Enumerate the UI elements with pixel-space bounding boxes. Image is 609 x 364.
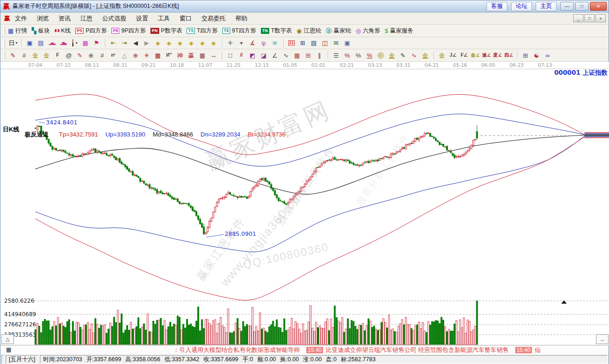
ying-grid-button[interactable]: 赢: [186, 51, 196, 60]
angle-lines-button[interactable]: ∠: [270, 51, 280, 60]
scale-bars-button[interactable]: ☰: [331, 51, 341, 60]
minimize-button[interactable]: —: [560, 2, 574, 11]
grid-gold-button[interactable]: ⊞: [520, 51, 531, 60]
degree-angle-button[interactable]: 度∠: [492, 51, 503, 60]
quick-button-论坛[interactable]: 论坛: [511, 2, 532, 11]
toolbar-gann-wheel-button[interactable]: ◉江恩轮: [297, 27, 321, 35]
toolbar-t-digit-table-button[interactable]: TNT数字表: [261, 27, 292, 35]
quick-button-客服[interactable]: 客服: [486, 2, 507, 11]
gold-lines-2-button[interactable]: 金: [420, 51, 430, 60]
toolbar-winner-service-button[interactable]: $赢家服务: [385, 27, 413, 35]
pan-hand-button[interactable]: ✛: [225, 39, 235, 48]
child-close-button[interactable]: ×: [596, 14, 606, 22]
save-button[interactable]: ◫: [320, 39, 330, 48]
mirror-button[interactable]: △: [119, 51, 130, 60]
diamond-compress-h-button[interactable]: ◈: [186, 39, 196, 48]
kline-chart[interactable]: 07-0407-2208-1108-3109-2110-1811-0711-25…: [0, 62, 609, 345]
taiji-button[interactable]: ☯: [531, 51, 542, 60]
gann-fan-button[interactable]: //: [236, 51, 246, 60]
infinity-button[interactable]: ∞: [543, 51, 553, 60]
pen-ruler-button[interactable]: ✎: [75, 51, 85, 60]
width-measure-button[interactable]: ↔: [208, 51, 219, 60]
gold-lines-button[interactable]: 金: [387, 51, 397, 60]
menu-item-设置[interactable]: 设置: [136, 14, 148, 23]
chart-scroll-right-button[interactable]: →: [596, 334, 609, 344]
gold-angle-base-button[interactable]: 金: [437, 51, 447, 60]
remote-button[interactable]: ▣: [342, 39, 352, 48]
menu-item-帮助[interactable]: 帮助: [235, 14, 247, 23]
wave-mark-button[interactable]: И″: [164, 51, 174, 60]
last-bar-button[interactable]: ⇥: [119, 39, 130, 48]
restore-button[interactable]: □: [575, 2, 589, 11]
diamond-compress-v-button[interactable]: ◈: [197, 39, 207, 48]
menu-item-工具[interactable]: 工具: [158, 14, 170, 23]
first-bar-button[interactable]: ⇤: [108, 39, 118, 48]
next-bar-button[interactable]: ▶: [142, 39, 152, 48]
toolbar-quotes-button[interactable]: ▦行情: [8, 27, 27, 35]
crosshair-button[interactable]: +: [236, 39, 246, 48]
toolbar-9p-square-button[interactable]: P99P四方形: [111, 27, 146, 35]
zigzag-button[interactable]: ∿: [281, 51, 291, 60]
draw-brush-button[interactable]: ✎: [8, 51, 18, 60]
menu-item-窗口[interactable]: 窗口: [180, 14, 192, 23]
info-panel-button[interactable]: ▤: [36, 39, 46, 48]
mail-button[interactable]: ✉: [331, 39, 341, 48]
gann-shapes-button[interactable]: ▣: [25, 39, 35, 48]
spiral-button[interactable]: @: [64, 51, 74, 60]
n-square-button[interactable]: n²: [108, 51, 118, 60]
chart-scroll-up-button[interactable]: △: [1, 334, 14, 344]
flag-button[interactable]: ⚑: [91, 39, 102, 48]
diamond-expand-h-button[interactable]: ◈: [175, 39, 185, 48]
four-angle-button[interactable]: 四∠: [504, 51, 514, 60]
grid-b-button[interactable]: ⊞: [303, 51, 313, 60]
toolbar-t-square-button[interactable]: TST四方形: [187, 27, 218, 35]
child-minimize-button[interactable]: _: [573, 14, 583, 22]
diamond-shift-right-button[interactable]: ◈: [164, 39, 174, 48]
percent-slash-button[interactable]: %: [342, 51, 352, 60]
toolbar-p-square-button[interactable]: PSP四方形: [75, 27, 107, 35]
box-select-button[interactable]: □: [225, 51, 235, 60]
pink-grid-button[interactable]: ▩: [80, 39, 91, 48]
f-angle-button[interactable]: F∠: [459, 51, 469, 60]
time-ruler-button[interactable]: #: [19, 51, 29, 60]
toolbar-hexagon-button[interactable]: ◎六角形: [356, 27, 380, 35]
toolbar-9t-square-button[interactable]: T99T四方形: [222, 27, 256, 35]
wave-a-button[interactable]: ∿: [409, 51, 419, 60]
calendar-button[interactable]: 21: [286, 39, 297, 48]
menu-item-公式选股[interactable]: 公式选股: [102, 14, 126, 23]
gold-angle-button[interactable]: 金∠: [470, 51, 480, 60]
chart-area[interactable]: 日K线 极反通道Tp=3432.7591Up=3393.5190Md=3348.…: [0, 62, 609, 345]
bar-ruler-button[interactable]: #: [97, 51, 107, 60]
percent-line-button[interactable]: %: [364, 51, 375, 60]
parallel-button[interactable]: ∥: [314, 51, 324, 60]
close-button[interactable]: ✕: [590, 2, 607, 11]
target-button[interactable]: ⊕: [130, 51, 141, 60]
measure-button[interactable]: ∡: [247, 39, 258, 48]
toolbar-sectors-button[interactable]: ▚板块: [32, 27, 50, 35]
wave-tool-button[interactable]: ≋: [270, 39, 280, 48]
calculator-button[interactable]: ⊞: [298, 39, 308, 48]
fib-ruler-button[interactable]: F: [52, 51, 63, 60]
shade-box-1-button[interactable]: ◩: [247, 51, 258, 60]
price-pen-button[interactable]: ✎: [398, 51, 408, 60]
web-grid-button[interactable]: ▦: [153, 51, 163, 60]
gold-circle-button[interactable]: 金: [376, 51, 386, 60]
fork-tool-button[interactable]: ψ: [259, 39, 269, 48]
diamond-shift-left-button[interactable]: ◈: [153, 39, 163, 48]
shen-grid-button[interactable]: 神: [175, 51, 185, 60]
percent-button[interactable]: %: [353, 51, 363, 60]
menu-item-江恩[interactable]: 江恩: [80, 14, 92, 23]
menu-item-文件[interactable]: 文件: [15, 14, 27, 23]
ruler-123-button[interactable]: ▦: [197, 51, 207, 60]
period-daily-button[interactable]: 日▾: [8, 39, 18, 48]
child-restore-button[interactable]: □: [584, 14, 595, 22]
toolbar-p-digit-table-button[interactable]: PNP数字表: [150, 27, 182, 35]
speed-angle-button[interactable]: 速∠: [481, 51, 492, 60]
prev-bar-button[interactable]: ◀: [130, 39, 141, 48]
grid-a-button[interactable]: ▦: [292, 51, 302, 60]
menu-item-浏览[interactable]: 浏览: [37, 14, 49, 23]
gold-ruler-2-button[interactable]: 金: [41, 51, 52, 60]
toolbar-winner-wheel-button[interactable]: Ⓑ赢家轮: [326, 27, 351, 35]
starburst-button[interactable]: ✳: [142, 51, 152, 60]
news-ticker[interactable]: ▦ ：引入通用大模型结合私有化数据形成智能导师15:40比亚迪成立仰望云端汽车销…: [0, 345, 609, 354]
